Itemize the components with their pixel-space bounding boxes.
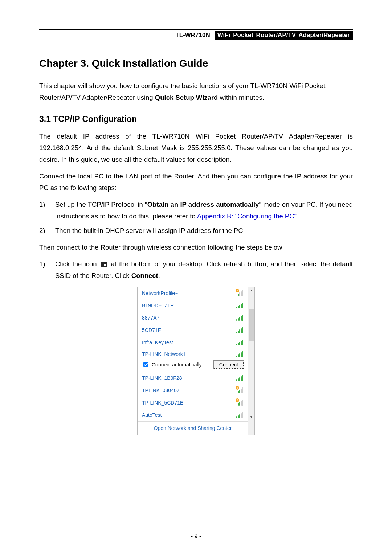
section-title: 3.1 TCP/IP Configuration — [39, 114, 353, 124]
connect-button[interactable]: Connect — [214, 361, 244, 369]
network-row[interactable]: TPLINK_030407! — [138, 384, 248, 397]
scroll-down-arrow-icon[interactable]: ▾ — [248, 414, 254, 420]
network-name: Infra_KeyTest — [142, 340, 173, 345]
network-name: TPLINK_030407 — [142, 387, 180, 393]
signal-icon — [236, 303, 244, 308]
network-row[interactable]: TP-LINK_1B0F28 — [138, 372, 248, 384]
step-text: Click the icon at the bottom of your des… — [55, 258, 353, 282]
chapter-title: Chapter 3. Quick Installation Guide — [39, 58, 353, 69]
network-name: TP-LINK_Network1 — [142, 351, 186, 357]
scrollbar[interactable]: ▴ ▾ — [248, 287, 254, 435]
network-name: 8877A7 — [142, 315, 159, 321]
scroll-up-arrow-icon[interactable]: ▴ — [248, 287, 254, 293]
step-number: 1) — [39, 258, 55, 282]
connect-automatically-checkbox[interactable]: Connect automatically — [142, 361, 202, 368]
step-text: Set up the TCP/IP Protocol in "Obtain an… — [55, 199, 353, 222]
signal-icon: ! — [236, 387, 244, 393]
auto-connect-input[interactable] — [143, 362, 148, 367]
signal-icon — [236, 327, 244, 333]
paragraph-3: Then connect to the Router through wirel… — [39, 242, 353, 253]
steps-list-1: 1) Set up the TCP/IP Protocol in "Obtain… — [39, 199, 353, 237]
step-number: 1) — [39, 199, 55, 222]
network-row[interactable]: 5CD71E — [138, 324, 248, 336]
appendix-link[interactable]: Appendix B: "Configuring the PC". — [197, 212, 299, 220]
page-number: - 9 - — [0, 533, 392, 539]
network-row[interactable]: TP-LINK_5CD71E! — [138, 397, 248, 409]
network-name: 5CD71E — [142, 327, 161, 333]
step-text: Then the built-in DHCP server will assig… — [55, 225, 353, 237]
scroll-mark-icon — [250, 338, 253, 342]
network-name: TP-LINK_5CD71E — [142, 400, 183, 406]
signal-icon: ! — [236, 400, 244, 406]
paragraph-2: Connect the local PC to the LAN port of … — [39, 171, 353, 194]
signal-icon — [236, 412, 244, 418]
signal-icon — [236, 351, 244, 357]
intro-text-b: within minutes. — [218, 94, 264, 101]
network-name: NetworkProfile~ — [142, 290, 178, 296]
network-row[interactable]: AutoTest — [138, 409, 248, 421]
signal-icon — [236, 315, 244, 321]
network-row[interactable]: Infra_KeyTest — [138, 336, 248, 349]
network-name: TP-LINK_1B0F28 — [142, 375, 182, 381]
open-network-center-link[interactable]: Open Network and Sharing Center — [138, 421, 248, 435]
network-tray-icon — [101, 262, 107, 267]
paragraph-1: The default IP address of the TL-WR710N … — [39, 131, 353, 165]
network-row[interactable]: B19DDE_ZLP — [138, 299, 248, 312]
header-description: WiFi Pocket Router/AP/TV Adapter/Repeate… — [215, 31, 353, 40]
scroll-thumb[interactable] — [249, 309, 254, 341]
network-row-selected[interactable]: TP-LINK_Network1 Connect automatically C… — [138, 349, 248, 372]
network-row[interactable]: 8877A7 — [138, 312, 248, 324]
intro-bold: Quick Setup Wizard — [155, 94, 218, 101]
signal-icon — [236, 340, 244, 345]
wifi-network-popup: NetworkProfile~!B19DDE_ZLP8877A75CD71EIn… — [137, 287, 255, 435]
signal-icon — [236, 375, 244, 381]
network-name: AutoTest — [142, 412, 162, 418]
network-name: B19DDE_ZLP — [142, 303, 174, 308]
steps-list-2: 1) Click the icon at the bottom of your … — [39, 258, 353, 282]
network-row[interactable]: NetworkProfile~! — [138, 287, 248, 299]
header-model: TL-WR710N — [173, 31, 212, 40]
intro-paragraph: This chapter will show you how to config… — [39, 80, 353, 103]
step-number: 2) — [39, 225, 55, 237]
signal-icon: ! — [236, 290, 244, 296]
